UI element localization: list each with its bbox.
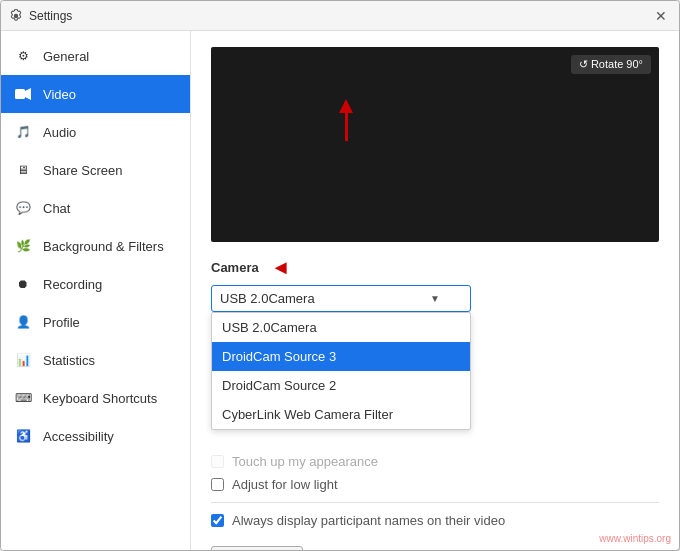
dropdown-option-droidcam3[interactable]: DroidCam Source 3 — [212, 342, 470, 371]
advanced-button[interactable]: Advanced — [211, 546, 303, 550]
sidebar-item-accessibility[interactable]: ♿ Accessibility — [1, 417, 190, 455]
sidebar-label-profile: Profile — [43, 315, 80, 330]
share-screen-icon: 🖥 — [13, 160, 33, 180]
sidebar-item-keyboard[interactable]: ⌨ Keyboard Shortcuts — [1, 379, 190, 417]
camera-preview: ↺ Rotate 90° — [211, 47, 659, 242]
profile-icon: 👤 — [13, 312, 33, 332]
background-icon: 🌿 — [13, 236, 33, 256]
content-area: ⚙ General Video 🎵 Audio 🖥 Share Screen — [1, 31, 679, 550]
touch-up-checkbox[interactable] — [211, 455, 224, 468]
title-bar-left: Settings — [9, 9, 72, 23]
keyboard-icon: ⌨ — [13, 388, 33, 408]
general-icon: ⚙ — [13, 46, 33, 66]
accessibility-icon: ♿ — [13, 426, 33, 446]
svg-marker-1 — [25, 88, 31, 100]
dropdown-option-droidcam2[interactable]: DroidCam Source 2 — [212, 371, 470, 400]
sidebar-label-audio: Audio — [43, 125, 76, 140]
close-button[interactable]: ✕ — [651, 6, 671, 26]
sidebar: ⚙ General Video 🎵 Audio 🖥 Share Screen — [1, 31, 191, 550]
camera-arrow-icon: ◄ — [271, 256, 291, 279]
camera-dropdown-menu: USB 2.0Camera DroidCam Source 3 DroidCam… — [211, 312, 471, 430]
sidebar-label-general: General — [43, 49, 89, 64]
audio-icon: 🎵 — [13, 122, 33, 142]
participant-names-row: Always display participant names on thei… — [211, 513, 659, 528]
sidebar-label-statistics: Statistics — [43, 353, 95, 368]
sidebar-item-general[interactable]: ⚙ General — [1, 37, 190, 75]
sidebar-label-recording: Recording — [43, 277, 102, 292]
sidebar-label-keyboard: Keyboard Shortcuts — [43, 391, 157, 406]
sidebar-item-share-screen[interactable]: 🖥 Share Screen — [1, 151, 190, 189]
dropdown-option-usb2[interactable]: USB 2.0Camera — [212, 313, 470, 342]
settings-window: Settings ✕ ⚙ General Video 🎵 Aud — [0, 0, 680, 551]
sidebar-item-profile[interactable]: 👤 Profile — [1, 303, 190, 341]
dropdown-chevron-icon: ▼ — [430, 293, 440, 304]
sidebar-label-accessibility: Accessibility — [43, 429, 114, 444]
sidebar-label-video: Video — [43, 87, 76, 102]
sidebar-item-audio[interactable]: 🎵 Audio — [1, 113, 190, 151]
title-bar: Settings ✕ — [1, 1, 679, 31]
main-content: ↺ Rotate 90° Camera ◄ USB 2.0Camera ▼ US… — [191, 31, 679, 550]
touch-up-row: Touch up my appearance — [211, 454, 659, 469]
camera-section-label: Camera ◄ — [211, 256, 659, 279]
window-title: Settings — [29, 9, 72, 23]
sidebar-label-share-screen: Share Screen — [43, 163, 123, 178]
rotate-button[interactable]: ↺ Rotate 90° — [571, 55, 651, 74]
camera-label-text: Camera — [211, 260, 259, 275]
sidebar-item-background[interactable]: 🌿 Background & Filters — [1, 227, 190, 265]
watermark: www.wintips.org — [599, 533, 671, 544]
camera-dropdown-trigger[interactable]: USB 2.0Camera ▼ — [211, 285, 471, 312]
sidebar-label-background: Background & Filters — [43, 239, 164, 254]
touch-up-label: Touch up my appearance — [232, 454, 378, 469]
divider — [211, 502, 659, 503]
sidebar-item-video[interactable]: Video — [1, 75, 190, 113]
low-light-checkbox[interactable] — [211, 478, 224, 491]
low-light-row: Adjust for low light — [211, 477, 659, 492]
statistics-icon: 📊 — [13, 350, 33, 370]
participant-names-label: Always display participant names on thei… — [232, 513, 505, 528]
sidebar-item-recording[interactable]: ⏺ Recording — [1, 265, 190, 303]
low-light-label: Adjust for low light — [232, 477, 338, 492]
camera-dropdown-value: USB 2.0Camera — [220, 291, 315, 306]
recording-icon: ⏺ — [13, 274, 33, 294]
advanced-section: Advanced — [211, 538, 659, 550]
camera-dropdown-container: USB 2.0Camera ▼ USB 2.0Camera DroidCam S… — [211, 285, 471, 312]
sidebar-item-chat[interactable]: 💬 Chat — [1, 189, 190, 227]
dropdown-option-cyberlink[interactable]: CyberLink Web Camera Filter — [212, 400, 470, 429]
sidebar-label-chat: Chat — [43, 201, 70, 216]
participant-names-checkbox[interactable] — [211, 514, 224, 527]
sidebar-item-statistics[interactable]: 📊 Statistics — [1, 341, 190, 379]
video-icon — [13, 84, 33, 104]
svg-rect-0 — [15, 89, 25, 99]
chat-icon: 💬 — [13, 198, 33, 218]
settings-icon — [9, 9, 23, 23]
